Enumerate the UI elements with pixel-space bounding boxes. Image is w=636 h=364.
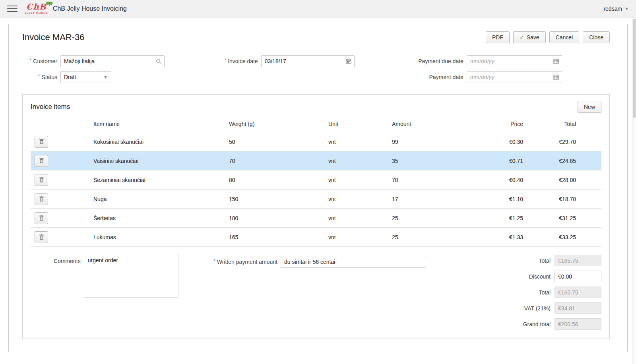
- total-input[interactable]: [555, 302, 601, 314]
- item-unit-cell: vnt: [328, 139, 392, 145]
- customer-input[interactable]: [60, 55, 165, 67]
- required-marker: *: [29, 57, 31, 63]
- delete-item-button[interactable]: [35, 193, 48, 205]
- written-payment-input[interactable]: [281, 256, 426, 268]
- item-weight-cell: 70: [229, 158, 328, 164]
- payment-date-label: Payment date: [405, 74, 463, 80]
- customer-label: *Customer: [22, 58, 57, 64]
- item-price-cell: €0.71: [452, 158, 523, 164]
- scrollbar[interactable]: [632, 18, 636, 364]
- table-row[interactable]: Kokosiniai skanučiai 50 vnt 99 €0.30 €29…: [31, 132, 601, 151]
- column-item-name: Item name: [93, 121, 229, 127]
- required-marker: *: [224, 57, 226, 63]
- delete-item-button[interactable]: [35, 212, 48, 224]
- menu-icon[interactable]: [7, 6, 17, 12]
- new-item-button[interactable]: New: [578, 101, 601, 113]
- close-button[interactable]: Close: [583, 31, 610, 43]
- item-unit-cell: vnt: [328, 158, 392, 164]
- table-row[interactable]: Lukumas 165 vnt 25 €1.33 €33.25: [31, 228, 601, 247]
- logo-subtext: JELLY HOUSE: [25, 12, 48, 14]
- calendar-icon[interactable]: [553, 58, 559, 64]
- customer-field: *Customer: [22, 55, 218, 67]
- item-weight-cell: 180: [229, 215, 328, 221]
- scrollbar-thumb[interactable]: [633, 19, 636, 118]
- total-row: Total: [523, 287, 601, 298]
- item-total-cell: €18.70: [523, 196, 576, 202]
- item-amount-cell: 17: [392, 196, 452, 202]
- items-table-body: Kokosiniai skanučiai 50 vnt 99 €0.30 €29…: [31, 132, 601, 247]
- payment-due-date-field: Payment due date: [405, 55, 610, 67]
- app-logo: ChB JELLY HOUSE: [25, 3, 48, 14]
- item-total-cell: €31.25: [523, 215, 576, 221]
- item-name-cell: Nuga: [93, 196, 229, 202]
- item-total-cell: €24.85: [523, 158, 576, 164]
- item-amount-cell: 35: [392, 158, 452, 164]
- item-amount-cell: 25: [392, 234, 452, 240]
- total-input[interactable]: [555, 255, 601, 266]
- cancel-button[interactable]: Cancel: [549, 31, 580, 43]
- item-unit-cell: vnt: [328, 215, 392, 221]
- user-menu[interactable]: redsam ▼: [603, 6, 629, 12]
- payment-date-field: Payment date: [405, 71, 610, 83]
- table-row[interactable]: Šerbetas 180 vnt 25 €1.25 €31.25: [31, 209, 601, 228]
- invoice-form: *Customer *Invoice date Payment due date: [22, 55, 610, 83]
- item-weight-cell: 80: [229, 177, 328, 183]
- chevron-down-icon: ▼: [103, 75, 108, 79]
- item-price-cell: €1.25: [452, 215, 523, 221]
- delete-item-button[interactable]: [35, 136, 48, 148]
- table-row[interactable]: Nuga 150 vnt 17 €1.10 €18.70: [31, 190, 601, 209]
- table-row[interactable]: Vaisiniai skanučiai 70 vnt 35 €0.71 €24.…: [31, 151, 601, 170]
- status-select[interactable]: Draft ▼: [60, 71, 111, 83]
- status-label: *Status: [22, 74, 57, 80]
- payment-due-date-label: Payment due date: [405, 58, 463, 64]
- calendar-icon[interactable]: [553, 74, 559, 80]
- trash-icon: [39, 139, 44, 145]
- item-unit-cell: vnt: [328, 234, 392, 240]
- total-row: Total: [523, 255, 601, 266]
- written-payment-label: *Written payment amount: [213, 259, 277, 265]
- total-input[interactable]: [555, 318, 601, 330]
- item-price-cell: €0.40: [452, 177, 523, 183]
- item-amount-cell: 99: [392, 139, 452, 145]
- check-icon: ✓: [520, 34, 524, 41]
- trash-icon: [39, 158, 44, 164]
- save-button[interactable]: ✓Save: [513, 31, 546, 43]
- invoice-date-input[interactable]: [261, 55, 355, 67]
- total-label: Grand total: [523, 321, 551, 327]
- total-row: Discount: [523, 271, 601, 282]
- item-weight-cell: 165: [229, 234, 328, 240]
- total-input[interactable]: [555, 287, 601, 298]
- trash-icon: [39, 196, 44, 202]
- item-unit-cell: vnt: [328, 177, 392, 183]
- delete-item-button[interactable]: [35, 155, 48, 167]
- column-total: Total: [523, 121, 576, 127]
- total-label: Total: [539, 258, 551, 264]
- topbar: ChB JELLY HOUSE ChB Jelly House Invoicin…: [0, 0, 636, 17]
- total-input[interactable]: [555, 271, 601, 282]
- status-field: *Status Draft ▼: [22, 71, 218, 83]
- items-table-header: Item name Weight (g) Unit Amount Price T…: [31, 121, 601, 132]
- invoice-date-label: *Invoice date: [218, 58, 258, 64]
- item-amount-cell: 25: [392, 215, 452, 221]
- table-row[interactable]: Sezaminiai skanučiai 80 vnt 70 €0.40 €28…: [31, 170, 601, 190]
- search-icon[interactable]: [156, 58, 161, 64]
- payment-due-date-input[interactable]: [467, 55, 562, 67]
- pdf-button[interactable]: PDF: [486, 31, 510, 43]
- payment-date-input[interactable]: [467, 71, 562, 83]
- trash-icon: [39, 177, 44, 183]
- required-marker: *: [38, 73, 40, 79]
- trash-icon: [39, 234, 44, 240]
- trash-icon: [39, 215, 44, 221]
- comments-label: Comments: [54, 254, 81, 264]
- required-marker: *: [213, 258, 215, 264]
- app-title: ChB Jelly House Invoicing: [53, 5, 127, 12]
- item-amount-cell: 70: [392, 177, 452, 183]
- calendar-icon[interactable]: [346, 58, 351, 64]
- comments-textarea[interactable]: urgent order: [84, 254, 178, 298]
- delete-item-button[interactable]: [35, 231, 48, 243]
- comments-field: Comments urgent order: [54, 254, 178, 298]
- item-unit-cell: vnt: [328, 196, 392, 202]
- item-total-cell: €28.00: [523, 177, 576, 183]
- item-name-cell: Lukumas: [93, 234, 229, 240]
- delete-item-button[interactable]: [35, 174, 48, 186]
